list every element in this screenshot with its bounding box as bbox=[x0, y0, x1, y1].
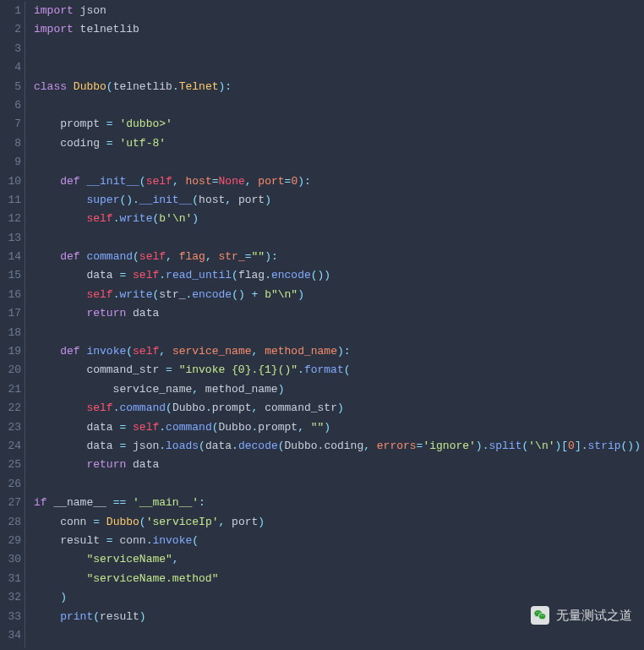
code-line: class Dubbo(telnetlib.Telnet): bbox=[34, 78, 641, 96]
code-line: self.command(Dubbo.prompt, command_str) bbox=[34, 399, 641, 418]
wechat-icon bbox=[531, 606, 549, 625]
line-number: 3 bbox=[0, 40, 21, 58]
code-line: import json bbox=[34, 2, 641, 20]
code-line bbox=[34, 58, 641, 77]
line-number: 10 bbox=[0, 172, 21, 191]
line-number: 15 bbox=[0, 266, 21, 285]
code-line: import telnetlib bbox=[34, 20, 641, 39]
line-number: 8 bbox=[0, 134, 21, 153]
code-line bbox=[34, 153, 641, 172]
code-line: data = self.command(Dubbo.prompt, "") bbox=[34, 418, 641, 437]
code-line bbox=[34, 40, 641, 58]
watermark-text: 无量测试之道 bbox=[556, 606, 632, 625]
line-number: 21 bbox=[0, 380, 21, 399]
code-line bbox=[34, 626, 641, 645]
code-line: service_name, method_name) bbox=[34, 380, 641, 399]
line-number: 20 bbox=[0, 361, 21, 380]
line-number: 5 bbox=[0, 78, 21, 96]
line-number: 6 bbox=[0, 96, 21, 115]
code-line: ) bbox=[34, 588, 641, 607]
code-line: self.write(b'\n') bbox=[34, 210, 641, 228]
code-line: conn = Dubbo('serviceIp', port) bbox=[34, 513, 641, 532]
line-number: 31 bbox=[0, 570, 21, 588]
line-number-gutter: 1234567891011121314151617181920212223242… bbox=[0, 2, 25, 648]
line-number: 34 bbox=[0, 626, 21, 645]
line-number: 7 bbox=[0, 115, 21, 134]
line-number: 12 bbox=[0, 210, 21, 228]
line-number: 30 bbox=[0, 550, 21, 569]
line-number: 11 bbox=[0, 191, 21, 210]
code-line bbox=[34, 324, 641, 342]
line-number: 18 bbox=[0, 324, 21, 342]
line-number: 1 bbox=[0, 2, 21, 20]
code-line: super().__init__(host, port) bbox=[34, 191, 641, 210]
code-line: command_str = "invoke {0}.{1}()".format( bbox=[34, 361, 641, 380]
line-number: 25 bbox=[0, 456, 21, 474]
code-line: return data bbox=[34, 304, 641, 323]
watermark: 无量测试之道 bbox=[531, 606, 632, 625]
code-line bbox=[34, 96, 641, 115]
line-number: 24 bbox=[0, 437, 21, 456]
line-number: 23 bbox=[0, 418, 21, 437]
line-number: 9 bbox=[0, 153, 21, 172]
line-number: 17 bbox=[0, 304, 21, 323]
code-line: return data bbox=[34, 456, 641, 474]
code-editor: 1234567891011121314151617181920212223242… bbox=[0, 0, 644, 650]
code-line: prompt = 'dubbo>' bbox=[34, 115, 641, 134]
code-line: def invoke(self, service_name, method_na… bbox=[34, 342, 641, 361]
code-line: coding = 'utf-8' bbox=[34, 134, 641, 153]
code-line: self.write(str_.encode() + b"\n") bbox=[34, 286, 641, 304]
code-line: def command(self, flag, str_=""): bbox=[34, 248, 641, 266]
line-number: 26 bbox=[0, 475, 21, 494]
code-line: "serviceName", bbox=[34, 550, 641, 569]
line-number: 29 bbox=[0, 532, 21, 550]
code-line bbox=[34, 475, 641, 494]
code-line: result = conn.invoke( bbox=[34, 532, 641, 550]
line-number: 22 bbox=[0, 399, 21, 418]
line-number: 19 bbox=[0, 342, 21, 361]
line-number: 27 bbox=[0, 494, 21, 512]
code-line bbox=[34, 229, 641, 248]
line-number: 32 bbox=[0, 588, 21, 607]
code-line: def __init__(self, host=None, port=0): bbox=[34, 172, 641, 191]
code-line: data = json.loads(data.decode(Dubbo.codi… bbox=[34, 437, 641, 456]
line-number: 4 bbox=[0, 58, 21, 77]
line-number: 2 bbox=[0, 20, 21, 39]
line-number: 28 bbox=[0, 513, 21, 532]
line-number: 33 bbox=[0, 608, 21, 626]
line-number: 13 bbox=[0, 229, 21, 248]
line-number: 16 bbox=[0, 286, 21, 304]
code-line: "serviceName.method" bbox=[34, 570, 641, 588]
code-area: import jsonimport telnetlib class Dubbo(… bbox=[25, 2, 641, 648]
line-number: 14 bbox=[0, 248, 21, 266]
code-line: if __name__ == '__main__': bbox=[34, 494, 641, 512]
code-line: data = self.read_until(flag.encode()) bbox=[34, 266, 641, 285]
